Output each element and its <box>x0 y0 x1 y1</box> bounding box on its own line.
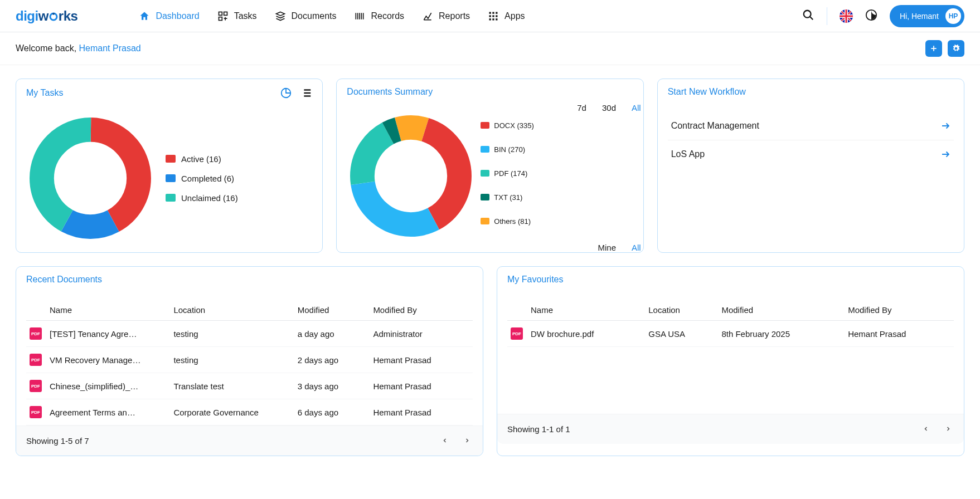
nav-reports[interactable]: Reports <box>422 11 470 22</box>
nav-records[interactable]: Records <box>354 11 404 22</box>
subheader: Welcome back, Hemant Prasad <box>0 32 980 65</box>
range-30d[interactable]: 30d <box>602 103 616 112</box>
table-row[interactable]: PDFVM Recovery Manage…testing2 days agoH… <box>26 347 473 373</box>
theme-toggle[interactable] <box>865 9 877 23</box>
cell-name: Agreement Terms an… <box>46 399 170 425</box>
chart-icon <box>422 11 433 22</box>
nav-tasks[interactable]: Tasks <box>217 11 257 22</box>
cell-modified: 6 days ago <box>294 399 370 425</box>
legend-item: DOCX (335) <box>481 121 534 130</box>
moon-icon <box>865 9 877 21</box>
table-row[interactable]: PDFAgreement Terms an…Corporate Governan… <box>26 399 473 425</box>
nav-label: Documents <box>292 11 337 21</box>
settings-button[interactable] <box>948 40 964 57</box>
svg-rect-5 <box>489 12 491 13</box>
nav-label: Apps <box>504 11 525 21</box>
pdf-file-icon: PDF <box>30 406 42 418</box>
layers-icon <box>275 11 286 22</box>
col-name: Name <box>527 300 645 321</box>
nav-documents[interactable]: Documents <box>275 11 337 22</box>
col-name: Name <box>46 300 170 321</box>
table-row[interactable]: PDFChinese_(simplified)_…Translate test3… <box>26 373 473 399</box>
tasks-legend: Active (16) Completed (6) Unclaimed (16) <box>166 154 238 203</box>
nav-apps[interactable]: Apps <box>488 11 525 22</box>
cell-modified: 8th February 2025 <box>718 321 845 347</box>
pdf-file-icon: PDF <box>30 327 42 340</box>
logo[interactable]: digiwrks <box>16 8 77 24</box>
cell-location: Corporate Governance <box>170 399 294 425</box>
language-selector[interactable] <box>840 9 853 23</box>
table-footer: Showing 1-5 of 7 <box>16 425 483 456</box>
favourites-table: Name Location Modified Modified By PDFDW… <box>507 300 954 347</box>
cell-location: testing <box>170 347 294 373</box>
cell-location: testing <box>170 321 294 347</box>
workflow-label: LoS App <box>671 149 705 159</box>
next-page-button[interactable] <box>943 422 954 436</box>
svg-rect-10 <box>496 15 497 17</box>
next-page-button[interactable] <box>462 434 473 448</box>
uk-flag-icon <box>840 9 853 23</box>
nav-label: Tasks <box>234 11 257 21</box>
header-right: Hi, Hemant HP <box>802 5 964 27</box>
card-title: Recent Documents <box>26 275 102 285</box>
chevron-right-icon <box>945 425 952 432</box>
pagination-summary: Showing 1-5 of 7 <box>26 436 89 446</box>
main-nav: Dashboard Tasks Documents Records Report… <box>139 11 525 22</box>
prev-page-button[interactable] <box>920 422 932 436</box>
pdf-file-icon: PDF <box>30 354 42 366</box>
documents-donut-chart <box>347 112 475 240</box>
col-location: Location <box>645 300 718 321</box>
range-7d[interactable]: 7d <box>577 103 586 112</box>
workflow-item[interactable]: Contract Management <box>668 112 954 140</box>
gear-icon <box>952 45 960 52</box>
legend-item: Completed (6) <box>166 174 238 183</box>
plus-icon <box>930 45 938 52</box>
nav-dashboard[interactable]: Dashboard <box>139 11 199 22</box>
home-icon <box>139 11 150 22</box>
svg-rect-2 <box>219 12 222 15</box>
pie-view-icon[interactable] <box>280 87 292 99</box>
cell-by: Administrator <box>370 321 473 347</box>
table-row[interactable]: PDF[TEST] Tenancy Agre…testinga day agoA… <box>26 321 473 347</box>
cell-name: DW brochure.pdf <box>527 321 645 347</box>
cell-by: Hemant Prasad <box>370 347 473 373</box>
arrow-right-icon <box>940 149 950 159</box>
range-all-owner[interactable]: All <box>632 243 641 252</box>
legend-item: TXT (31) <box>481 193 534 202</box>
pagination-summary: Showing 1-1 of 1 <box>507 424 570 434</box>
list-view-icon[interactable] <box>300 87 312 99</box>
recent-documents-table: Name Location Modified Modified By PDF[T… <box>26 300 473 425</box>
nav-label: Dashboard <box>156 11 199 21</box>
my-tasks-card: My Tasks Active (16) Completed (6) Uncla… <box>16 79 323 253</box>
arrow-right-icon <box>940 121 950 131</box>
svg-rect-4 <box>219 17 222 20</box>
tasks-donut-chart <box>26 114 154 242</box>
svg-rect-8 <box>489 15 491 17</box>
card-title: My Favourites <box>507 275 563 285</box>
prev-page-button[interactable] <box>439 434 450 448</box>
cell-by: Hemant Prasad <box>845 321 954 347</box>
start-workflow-card: Start New Workflow Contract Management L… <box>657 79 964 253</box>
cell-modified: 3 days ago <box>294 373 370 399</box>
table-row[interactable]: PDFDW brochure.pdfGSA USA8th February 20… <box>507 321 954 347</box>
owner-range-tabs: Mine All <box>598 243 641 252</box>
avatar: HP <box>945 8 961 24</box>
search-button[interactable] <box>802 9 814 23</box>
user-greeting: Hi, Hemant <box>900 12 939 21</box>
svg-rect-12 <box>492 18 494 20</box>
svg-rect-6 <box>492 12 494 13</box>
add-button[interactable] <box>925 40 942 57</box>
workflow-label: Contract Management <box>671 121 759 131</box>
chevron-left-icon <box>923 425 929 432</box>
legend-item: PDF (174) <box>481 169 534 178</box>
chevron-right-icon <box>464 437 470 444</box>
search-icon <box>802 9 814 21</box>
range-all[interactable]: All <box>632 103 641 112</box>
svg-point-1 <box>52 12 55 14</box>
workflow-item[interactable]: LoS App <box>668 140 954 168</box>
user-menu[interactable]: Hi, Hemant HP <box>890 5 964 27</box>
legend-item: Others (81) <box>481 217 534 226</box>
card-title: Start New Workflow <box>668 87 746 97</box>
svg-point-14 <box>804 11 811 18</box>
range-mine[interactable]: Mine <box>598 243 616 252</box>
